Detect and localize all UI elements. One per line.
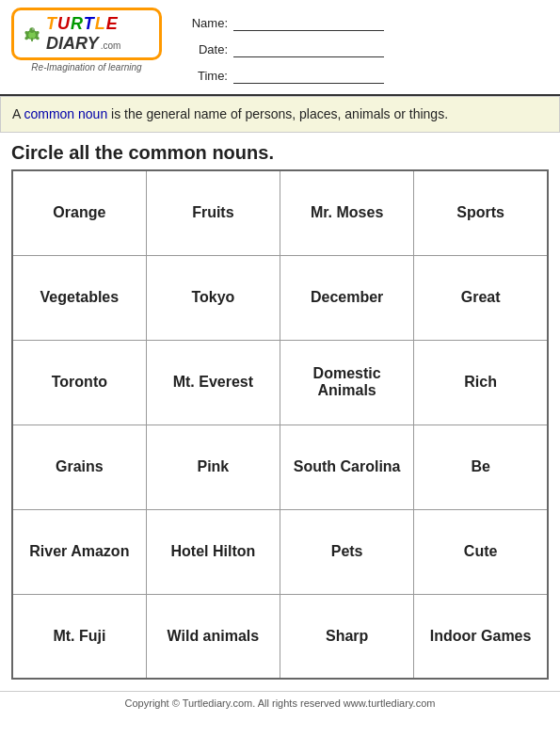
date-row: Date: [190, 38, 549, 62]
logo-area: TURTLE DIARY.com Re-Imagination of learn… [11, 8, 162, 72]
time-input-line [233, 69, 384, 84]
name-row: Name: [190, 11, 549, 36]
table-cell[interactable]: Sports [414, 170, 548, 255]
instruction: Circle all the common nouns. [0, 133, 560, 169]
table-cell[interactable]: Grains [12, 425, 146, 509]
table-row: OrangeFruitsMr. MosesSports [12, 170, 548, 255]
table-cell[interactable]: December [280, 255, 414, 340]
time-label: Time: [190, 64, 228, 88]
name-input-line [233, 16, 384, 31]
footer: Copyright © Turtlediary.com. All rights … [0, 691, 560, 713]
table-cell[interactable]: Domestic Animals [280, 340, 414, 425]
svg-point-9 [33, 29, 34, 30]
date-input-line [233, 42, 384, 57]
table-cell[interactable]: River Amazon [12, 509, 146, 594]
table-cell[interactable]: Fruits [146, 170, 280, 255]
date-label: Date: [190, 38, 228, 62]
svg-point-7 [31, 38, 33, 41]
table-cell[interactable]: Wild animals [146, 594, 280, 679]
table-cell[interactable]: Mt. Everest [146, 340, 280, 425]
table-cell[interactable]: Rich [414, 340, 548, 425]
header: TURTLE DIARY.com Re-Imagination of learn… [0, 0, 560, 96]
table-cell[interactable]: Great [414, 255, 548, 340]
table-row: Mt. FujiWild animalsSharpIndoor Games [12, 594, 548, 679]
logo-tagline: Re-Imagination of learning [31, 62, 141, 72]
table-cell[interactable]: Vegetables [12, 255, 146, 340]
noun-table: OrangeFruitsMr. MosesSportsVegetablesTok… [11, 169, 549, 680]
table-cell[interactable]: South Carolina [280, 425, 414, 509]
svg-point-2 [29, 27, 35, 33]
table-cell[interactable]: Pets [280, 509, 414, 594]
table-cell[interactable]: Indoor Games [414, 594, 548, 679]
logo-box: TURTLE DIARY.com [11, 8, 162, 60]
table-row: GrainsPinkSouth CarolinaBe [12, 425, 548, 509]
table-row: VegetablesTokyoDecemberGreat [12, 255, 548, 340]
time-row: Time: [190, 64, 549, 88]
table-cell[interactable]: Pink [146, 425, 280, 509]
table-row: River AmazonHotel HiltonPetsCute [12, 509, 548, 594]
table-row: TorontoMt. EverestDomestic AnimalsRich [12, 340, 548, 425]
table-cell[interactable]: Mt. Fuji [12, 594, 146, 679]
table-cell[interactable]: Tokyo [146, 255, 280, 340]
logo-text: TURTLE DIARY.com [46, 14, 152, 54]
info-box: A common noun is the general name of per… [0, 96, 560, 133]
table-cell[interactable]: Toronto [12, 340, 146, 425]
common-noun-link[interactable]: common noun [24, 106, 107, 121]
table-cell[interactable]: Mr. Moses [280, 170, 414, 255]
name-label: Name: [190, 11, 228, 36]
table-cell[interactable]: Sharp [280, 594, 414, 679]
info-description: is the general name of persons, places, … [107, 106, 448, 121]
table-cell[interactable]: Hotel Hilton [146, 509, 280, 594]
table-cell[interactable]: Cute [414, 509, 548, 594]
turtle-icon [22, 19, 42, 49]
table-cell[interactable]: Be [414, 425, 548, 509]
name-fields: Name: Date: Time: [162, 8, 549, 90]
table-cell[interactable]: Orange [12, 170, 146, 255]
noun-table-container: OrangeFruitsMr. MosesSportsVegetablesTok… [0, 169, 560, 687]
